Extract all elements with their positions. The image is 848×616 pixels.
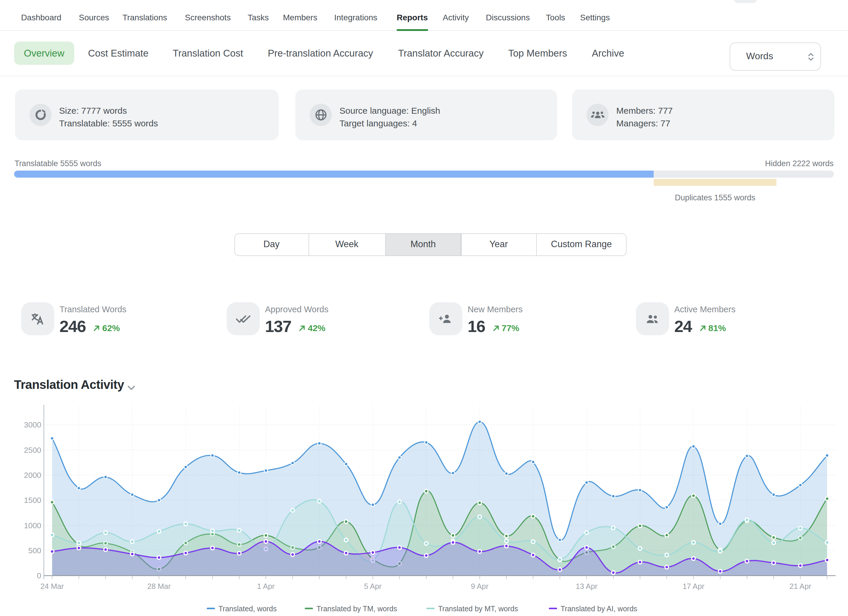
svg-text:17 Apr: 17 Apr [682, 582, 704, 590]
svg-text:24 Mar: 24 Mar [40, 582, 64, 590]
svg-text:9 Apr: 9 Apr [471, 582, 488, 590]
svg-text:Translated by AI, words: Translated by AI, words [560, 604, 637, 613]
svg-text:1500: 1500 [24, 496, 41, 505]
svg-text:Translated by TM, words: Translated by TM, words [317, 604, 397, 613]
svg-text:28 Mar: 28 Mar [147, 582, 171, 590]
svg-text:5 Apr: 5 Apr [364, 582, 382, 590]
svg-text:500: 500 [28, 546, 41, 555]
svg-text:13 Apr: 13 Apr [576, 582, 597, 590]
svg-text:3000: 3000 [24, 420, 41, 429]
svg-text:0: 0 [37, 571, 41, 580]
svg-text:2500: 2500 [24, 446, 41, 454]
svg-text:1000: 1000 [24, 521, 41, 530]
svg-text:21 Apr: 21 Apr [789, 582, 811, 590]
svg-text:1 Apr: 1 Apr [257, 582, 275, 590]
svg-text:2000: 2000 [24, 471, 41, 479]
svg-text:Translated by MT, words: Translated by MT, words [438, 604, 518, 613]
svg-text:Translated, words: Translated, words [218, 604, 277, 613]
